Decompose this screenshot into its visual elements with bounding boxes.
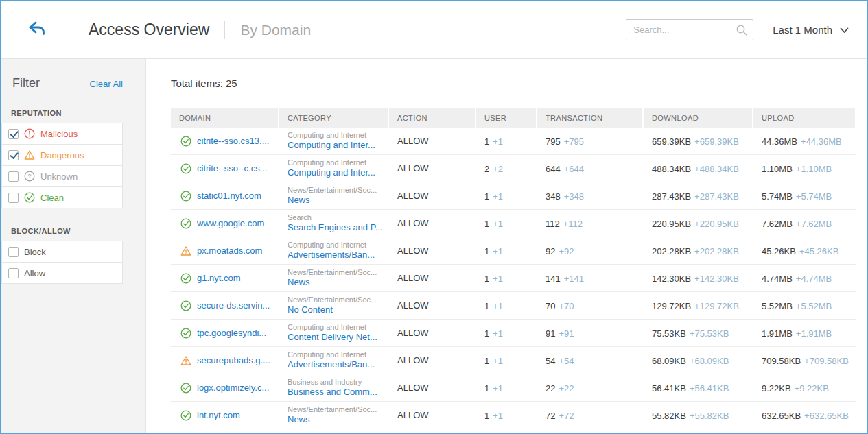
table-row[interactable]: px.moatads.com Computing and Internet Ad… [171, 237, 856, 265]
category-link[interactable]: Search Engines and P... [288, 222, 389, 234]
checkbox[interactable] [8, 247, 19, 257]
column-header-domain[interactable]: DOMAIN [171, 108, 279, 128]
content-area: Filter Clear All REPUTATIONMaliciousDang… [1, 59, 867, 433]
domain-link[interactable]: static01.nyt.com [197, 191, 261, 201]
category-link[interactable]: No Content [288, 304, 389, 316]
filter-item-malicious[interactable]: Malicious [1, 123, 123, 145]
domain-cell: www.google.com [171, 218, 279, 229]
user-delta: +1 [493, 301, 503, 311]
checkbox[interactable] [8, 268, 19, 278]
download-value: 287.43KB [652, 191, 691, 202]
download-delta: +659.39KB [694, 136, 739, 147]
category-link[interactable]: Business and Comm... [288, 387, 389, 398]
clean-icon [180, 136, 191, 147]
download-delta: +287.43KB [694, 191, 739, 202]
transaction-delta: +112 [563, 219, 583, 229]
column-header-upload[interactable]: UPLOAD [753, 108, 856, 128]
table-row[interactable]: int.nyt.com News/Entertainment/Soc... Ne… [171, 402, 856, 429]
table-row[interactable]: tpc.googlesyndi... Computing and Interne… [171, 320, 856, 347]
table-row[interactable]: static01.nyt.com News/Entertainment/Soc.… [171, 182, 856, 210]
category-link[interactable]: Content Delivery Net... [288, 332, 389, 343]
upload-cell: 45.26KB+45.26KB [753, 245, 856, 257]
category-link[interactable]: Advertisements/Ban... [288, 250, 389, 261]
column-header-user[interactable]: USER [476, 108, 537, 128]
download-delta: +488.34KB [694, 164, 739, 174]
column-header-action[interactable]: ACTION [389, 108, 476, 128]
download-cell: 75.53KB+75.53KB [644, 327, 753, 339]
filter-item-block[interactable]: Block [1, 241, 123, 263]
domain-link[interactable]: px.moatads.com [197, 245, 262, 256]
table-row[interactable]: securepubads.g.... Computing and Interne… [171, 347, 856, 374]
domain-cell: securepubads.g.... [171, 355, 279, 366]
upload-cell: 709.58KB+709.58KB [753, 354, 856, 367]
clean-icon [180, 328, 191, 339]
checkbox[interactable] [8, 193, 19, 203]
time-range-dropdown[interactable]: Last 1 Month [773, 24, 849, 36]
column-header-category[interactable]: CATEGORY [279, 108, 389, 128]
download-delta: +75.53KB [690, 328, 729, 339]
domain-link[interactable]: citrite--sso.cs13.... [197, 136, 269, 146]
upload-cell: 44.36MB+44.36MB [753, 135, 856, 147]
user-cell: 2+2 [476, 162, 537, 175]
upload-value: 632.65KB [762, 411, 801, 421]
upload-value: 709.58KB [762, 356, 801, 366]
domain-link[interactable]: secure-ds.servin... [197, 300, 270, 311]
download-delta: +68.09KB [690, 356, 729, 366]
domain-link[interactable]: tpc.googlesyndi... [197, 328, 266, 338]
category-link[interactable]: News [288, 195, 389, 206]
domain-link[interactable]: int.nyt.com [197, 410, 240, 420]
filter-item-clean[interactable]: Clean [1, 187, 123, 208]
domain-link[interactable]: securepubads.g.... [197, 355, 270, 365]
domain-link[interactable]: www.google.com [197, 218, 264, 228]
category-link[interactable]: News [288, 277, 389, 289]
table-row[interactable]: citrite--sso.cs13.... Computing and Inte… [171, 128, 856, 155]
user-delta: +1 [493, 328, 503, 339]
table-row[interactable]: secure-ds.servin... News/Entertainment/S… [171, 292, 856, 320]
category-cell: Computing and Internet Advertisements/Ba… [279, 350, 389, 371]
category-link[interactable]: News [288, 414, 389, 426]
transaction-cell: 92+92 [537, 245, 644, 257]
download-cell: 129.72KB+129.72KB [644, 300, 753, 312]
user-delta: +1 [493, 411, 503, 421]
domain-link[interactable]: g1.nyt.com [197, 273, 241, 283]
filter-section-label: REPUTATION [1, 91, 145, 123]
checkbox[interactable] [8, 150, 19, 160]
action-value: ALLOW [389, 383, 476, 393]
category-link[interactable]: Computing and Inter... [288, 167, 389, 179]
transaction-delta: +22 [559, 383, 574, 394]
domain-cell: g1.nyt.com [171, 273, 279, 284]
column-header-download[interactable]: DOWNLOAD [644, 108, 753, 128]
table-row[interactable]: www.google.com Search Search Engines and… [171, 210, 856, 237]
domain-link[interactable]: logx.optimizely.c... [197, 383, 269, 393]
category-cell: Computing and Internet Advertisements/Ba… [279, 240, 389, 261]
column-header-transaction[interactable]: TRANSACTION [537, 108, 644, 128]
download-cell: 55.82KB+55.82KB [644, 409, 753, 422]
table-row[interactable]: g1.nyt.com News/Entertainment/Soc... New… [171, 265, 856, 292]
transaction-value: 141 [546, 274, 561, 284]
search-input[interactable] [626, 25, 753, 35]
category-link[interactable]: Computing and Inter... [288, 140, 389, 152]
filter-item-unknown[interactable]: ?Unknown [1, 166, 123, 187]
back-button[interactable] [27, 21, 47, 39]
action-value: ALLOW [389, 355, 476, 365]
clear-all-link[interactable]: Clear All [90, 79, 123, 89]
user-delta: +1 [493, 219, 503, 229]
domain-cell: secure-ds.servin... [171, 300, 279, 311]
table-row[interactable]: citrite--sso--c.cs... Computing and Inte… [171, 155, 856, 182]
user-delta: +1 [493, 136, 503, 147]
checkbox[interactable] [8, 129, 19, 139]
category-cell: Computing and Internet Computing and Int… [279, 130, 389, 152]
checkbox[interactable] [8, 171, 19, 182]
filter-item-allow[interactable]: Allow [1, 263, 123, 284]
category-link[interactable]: Advertisements/Ban... [288, 359, 389, 371]
filter-item-dangerous[interactable]: Dangerous [1, 145, 123, 166]
upload-value: 1.10MB [762, 164, 793, 174]
domain-link[interactable]: citrite--sso--c.cs... [197, 163, 268, 173]
download-cell: 488.34KB+488.34KB [644, 162, 753, 175]
search-box [626, 19, 753, 40]
table-row[interactable]: logx.optimizely.c... Business and Indust… [171, 374, 856, 402]
transaction-cell: 91+91 [537, 327, 644, 339]
domain-cell: citrite--sso.cs13.... [171, 136, 279, 147]
download-value: 55.82KB [652, 411, 686, 421]
search-icon[interactable] [736, 24, 748, 39]
